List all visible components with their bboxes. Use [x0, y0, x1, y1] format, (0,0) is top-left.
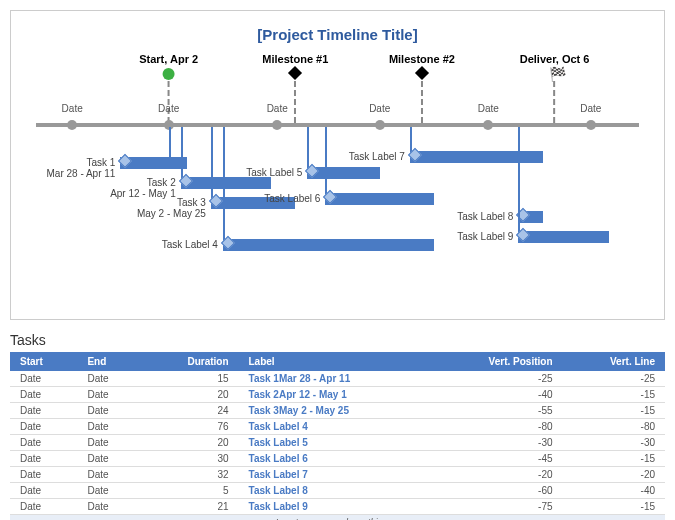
table-row[interactable]: DateDate21Task Label 9-75-15 — [10, 499, 665, 515]
task-bar — [410, 151, 543, 163]
table-cell: Task 1Mar 28 - Apr 11 — [239, 371, 431, 387]
diamond-icon — [415, 66, 429, 80]
table-cell: Date — [10, 419, 77, 435]
task-bar — [307, 167, 379, 179]
tasks-table: StartEndDurationLabelVert. PositionVert.… — [10, 352, 665, 520]
milestone-connector — [168, 81, 170, 123]
table-row[interactable]: DateDate32Task Label 7-20-20 — [10, 467, 665, 483]
table-cell: Date — [77, 435, 142, 451]
table-cell: Date — [10, 387, 77, 403]
task-connector — [518, 127, 520, 231]
axis-tick — [375, 120, 385, 130]
table-cell: -15 — [563, 451, 665, 467]
table-row[interactable]: DateDate20Task 2Apr 12 - May 1-40-15 — [10, 387, 665, 403]
task-bar-label: Task Label 4 — [162, 239, 218, 250]
milestone-connector — [421, 81, 423, 123]
task-bar-label: Task Label 8 — [457, 211, 513, 222]
table-cell: -20 — [430, 467, 562, 483]
timeline-axis: DateDateDateDateDateDate — [36, 123, 639, 127]
task-bar — [518, 231, 608, 243]
table-row[interactable]: DateDate76Task Label 4-80-80 — [10, 419, 665, 435]
milestone-connector — [294, 81, 296, 123]
table-header: Duration — [142, 352, 238, 371]
table-cell: Date — [10, 403, 77, 419]
table-cell: 24 — [142, 403, 238, 419]
table-cell: Task 2Apr 12 - May 1 — [239, 387, 431, 403]
milestone-connector — [554, 81, 556, 123]
axis-tick-label: Date — [478, 103, 499, 114]
milestone: Milestone #2 — [389, 53, 455, 78]
timeline-chart: [Project Timeline Title] Start, Apr 2Mil… — [10, 10, 665, 320]
table-row[interactable]: DateDate15Task 1Mar 28 - Apr 11-25-25 — [10, 371, 665, 387]
tasks-heading: Tasks — [10, 332, 665, 348]
table-cell: -25 — [563, 371, 665, 387]
table-cell: Date — [77, 419, 142, 435]
task-bar-label: Task Label 7 — [349, 151, 405, 162]
task-connector — [211, 127, 213, 197]
axis-tick — [586, 120, 596, 130]
table-header: Vert. Position — [430, 352, 562, 371]
table-cell: 76 — [142, 419, 238, 435]
milestone: Deliver, Oct 6🏁 — [520, 53, 590, 80]
task-bar-label: Task Label 6 — [264, 193, 320, 204]
table-cell: 15 — [142, 371, 238, 387]
table-row[interactable]: DateDate24Task 3May 2 - May 25-55-15 — [10, 403, 665, 419]
table-cell: -20 — [563, 467, 665, 483]
circle-icon — [163, 68, 175, 80]
task-connector — [169, 127, 171, 157]
table-cell: -15 — [563, 499, 665, 515]
milestone: Milestone #1 — [262, 53, 328, 78]
table-cell: -25 — [430, 371, 562, 387]
table-cell: Date — [77, 467, 142, 483]
table-cell: Date — [10, 435, 77, 451]
table-header: Label — [239, 352, 431, 371]
chart-title: [Project Timeline Title] — [36, 26, 639, 43]
milestone-label: Milestone #2 — [389, 53, 455, 65]
table-cell: Date — [77, 387, 142, 403]
table-cell: Task Label 5 — [239, 435, 431, 451]
table-header: Vert. Line — [563, 352, 665, 371]
flag-icon: 🏁 — [549, 68, 561, 80]
task-connector — [307, 127, 309, 167]
table-cell: Date — [10, 499, 77, 515]
table-cell: Task 3May 2 - May 25 — [239, 403, 431, 419]
table-cell: Date — [77, 403, 142, 419]
milestone-label: Deliver, Oct 6 — [520, 53, 590, 65]
task-bar-label: Task 1Mar 28 - Apr 11 — [46, 157, 115, 179]
table-cell: Date — [10, 371, 77, 387]
table-cell: Date — [10, 451, 77, 467]
table-cell: -15 — [563, 403, 665, 419]
insert-row-hint[interactable]: Insert new rows above this one — [10, 515, 665, 521]
table-cell: 5 — [142, 483, 238, 499]
milestone-label: Milestone #1 — [262, 53, 328, 65]
task-connector — [181, 127, 183, 177]
task-connector — [223, 127, 225, 239]
task-connector — [410, 127, 412, 151]
table-cell: Task Label 7 — [239, 467, 431, 483]
table-header: End — [77, 352, 142, 371]
table-cell: Task Label 9 — [239, 499, 431, 515]
table-cell: Date — [77, 451, 142, 467]
table-cell: Date — [10, 467, 77, 483]
axis-tick-label: Date — [267, 103, 288, 114]
task-bar-label: Task 3May 2 - May 25 — [137, 197, 206, 219]
table-row[interactable]: DateDate20Task Label 5-30-30 — [10, 435, 665, 451]
table-row[interactable]: DateDate5Task Label 8-60-40 — [10, 483, 665, 499]
table-cell: Date — [77, 483, 142, 499]
table-cell: -75 — [430, 499, 562, 515]
axis-tick-label: Date — [369, 103, 390, 114]
table-row[interactable]: DateDate30Task Label 6-45-15 — [10, 451, 665, 467]
table-cell: -30 — [563, 435, 665, 451]
table-header: Start — [10, 352, 77, 371]
table-cell: -15 — [563, 387, 665, 403]
table-cell: Date — [10, 483, 77, 499]
table-cell: Date — [77, 371, 142, 387]
axis-tick — [483, 120, 493, 130]
axis-tick — [67, 120, 77, 130]
table-cell: 30 — [142, 451, 238, 467]
table-cell: Date — [77, 499, 142, 515]
axis-tick-label: Date — [62, 103, 83, 114]
table-cell: -55 — [430, 403, 562, 419]
task-bar — [223, 239, 434, 251]
milestone-label: Start, Apr 2 — [139, 53, 198, 65]
